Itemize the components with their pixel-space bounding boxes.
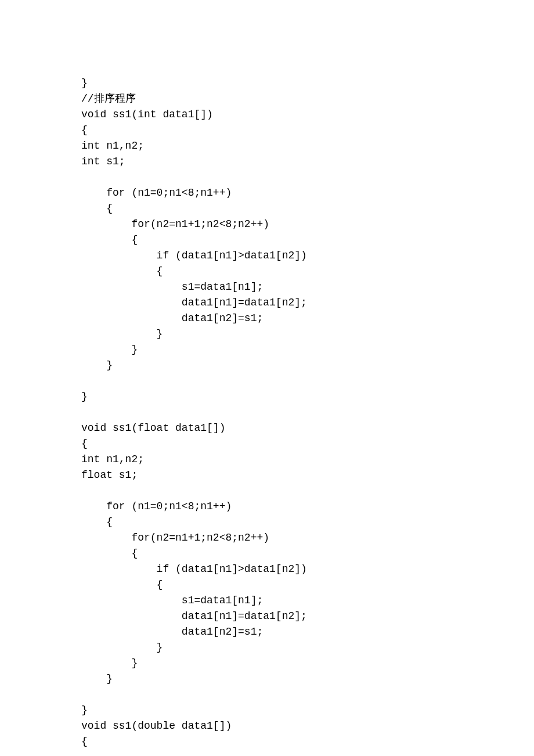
code-block: } //排序程序 void ss1(int data1[]) { int n1,…	[0, 0, 534, 750]
